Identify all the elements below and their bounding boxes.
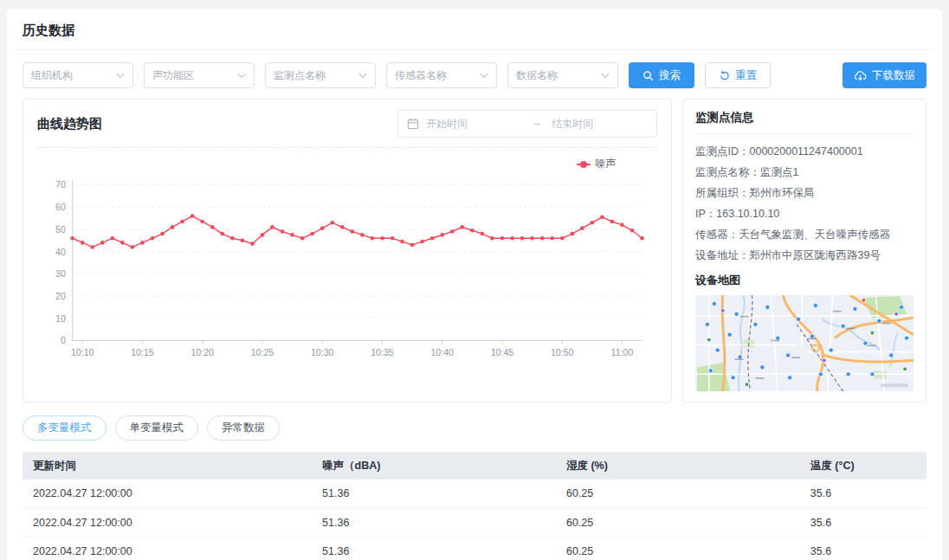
data-point [230,236,235,241]
device-map-image [695,295,913,391]
filter-select-monitor-point[interactable]: 监测点名称 [265,62,376,88]
data-point [140,241,145,245]
info-line-ip: IP：163.10.10.10 [695,203,913,224]
filter-select-sensor[interactable]: 传感器名称 [386,62,497,88]
data-point [250,241,255,246]
data-table-wrap: 更新时间 噪声（dBA) 湿度 (%) 温度 (°C) 2022.04.27 1… [23,452,926,560]
table-cell: 51.36 [312,537,556,560]
y-axis-tick-label: 70 [55,179,66,190]
info-line-sensors: 传感器：天台气象监测、天台噪声传感器 [695,224,913,245]
data-point [310,232,314,236]
table-cell: 60.25 [556,537,800,560]
data-point [100,241,105,245]
col-temperature: 温度 (°C) [800,452,926,480]
info-line-org: 所属组织：郑州市环保局 [695,183,913,203]
x-axis-tick-label: 10:15 [131,347,154,357]
data-point [200,220,204,224]
info-line-id: 监测点ID：0000200011247400001 [695,141,913,162]
data-point [640,236,644,241]
info-lines: 监测点ID：0000200011247400001 监测点名称：监测点1 所属组… [695,141,913,266]
page-header: 历史数据 [16,19,933,50]
data-point [610,220,615,224]
data-point [351,229,355,234]
col-noise: 噪声（dBA) [312,452,556,480]
cloud-download-icon [854,70,867,81]
calendar-icon [407,118,419,130]
device-map[interactable] [695,295,913,391]
filter-select-sound-zone[interactable]: 声功能区 [144,62,255,88]
tab-multivariate-mode[interactable]: 多变量模式 [23,415,107,441]
legend-row: 噪声 [37,148,657,171]
data-point [120,241,125,245]
legend-item-noise[interactable]: 噪声 [577,157,616,171]
tab-abnormal-data[interactable]: 异常数据 [207,415,280,441]
chevron-down-icon [480,73,488,79]
download-data-button[interactable]: 下载数据 [842,62,926,88]
col-humidity: 湿度 (%) [556,452,800,480]
table-cell: 35.6 [800,508,926,537]
x-axis-tick-label: 10:25 [251,347,274,357]
data-point [131,245,135,249]
data-point [410,243,415,248]
data-point [371,236,375,241]
end-time-placeholder: 结束时间 [552,117,648,132]
y-axis-tick-label: 20 [55,291,66,301]
date-range-separator: – [529,118,546,130]
data-point [360,233,365,237]
data-point [591,221,595,225]
data-point [420,240,424,244]
x-axis-tick-label: 10:35 [371,347,394,357]
table-cell: 35.6 [800,537,926,560]
data-point [300,236,305,241]
chart-header: 曲线趋势图 开始时间 – 结束时间 [37,110,657,148]
data-point [600,216,604,220]
noise-trend-line-chart[interactable]: 01020304050607010:1010:1510:2010:2510:30… [37,173,657,381]
table-body: 2022.04.27 12:00:0051.3660.2535.62022.04… [23,480,926,560]
start-time-placeholder: 开始时间 [426,117,522,132]
select-placeholder: 组织机构 [31,68,73,83]
data-point [241,238,245,242]
map-attribution [881,383,908,387]
table-row: 2022.04.27 12:00:0051.3660.2535.6 [23,537,926,560]
data-point [81,241,85,245]
chart-title: 曲线趋势图 [37,116,102,132]
data-point [450,229,455,234]
data-point [320,226,325,230]
data-point [391,236,395,241]
data-point [550,236,554,241]
filter-select-data-name[interactable]: 数据名称 [507,62,618,88]
date-range-picker[interactable]: 开始时间 – 结束时间 [397,110,657,138]
table-cell: 2022.04.27 12:00:00 [23,537,312,560]
y-axis-tick-label: 10 [55,313,66,324]
data-point [440,233,444,237]
table-cell: 51.36 [312,508,556,537]
col-update-time: 更新时间 [23,452,312,480]
info-line-name: 监测点名称：监测点1 [695,162,913,183]
filter-select-organization[interactable]: 组织机构 [23,62,133,88]
table-cell: 51.36 [312,480,556,508]
data-point [620,223,624,228]
tab-univariate-mode[interactable]: 单变量模式 [115,415,199,441]
data-point [540,236,545,241]
chevron-down-icon [601,73,610,79]
data-point [70,236,74,241]
data-point [490,236,494,241]
y-axis-tick-label: 50 [55,224,66,235]
history-data-page: 历史数据 组织机构 声功能区 监测点名称 传感器名称 数据名称 搜索 [7,9,942,560]
data-point [570,232,574,236]
reset-icon [719,70,730,81]
table-row: 2022.04.27 12:00:0051.3660.2535.6 [23,480,926,508]
info-panel-title: 监测点信息 [695,110,913,134]
noise-series-line [73,216,642,248]
search-button[interactable]: 搜索 [629,62,694,88]
data-point [481,232,485,236]
mode-tabs: 多变量模式 单变量模式 异常数据 [16,402,933,441]
data-point [630,229,635,233]
data-table: 更新时间 噪声（dBA) 湿度 (%) 温度 (°C) 2022.04.27 1… [23,452,926,560]
data-point [180,220,184,224]
device-map-title: 设备地图 [695,273,913,288]
reset-button[interactable]: 重置 [705,62,771,88]
select-placeholder: 数据名称 [516,68,558,83]
select-placeholder: 声功能区 [152,68,194,83]
data-point [220,232,224,236]
